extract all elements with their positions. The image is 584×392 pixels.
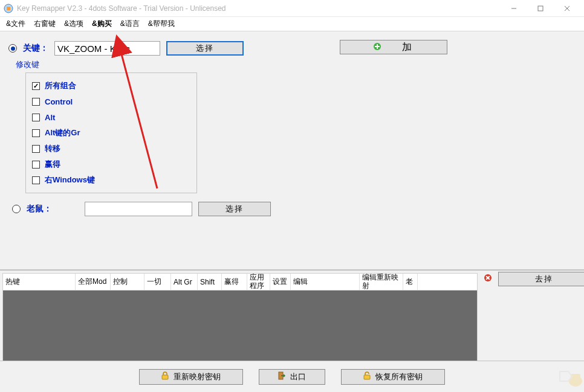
table-header: 热键 全部Mod 控制 一切 Alt Gr Shift 赢得 应用程序 设置 编… [3, 274, 477, 291]
exit-label: 出口 [290, 371, 306, 382]
menubar: &文件 右窗键 &选项 &购买 &语言 &帮帮我 [0, 17, 584, 31]
remap-button[interactable]: 重新映射密钥 [139, 369, 243, 385]
key-input[interactable] [54, 41, 160, 56]
mouse-row: 老鼠： 选择 [12, 202, 576, 216]
menu-help[interactable]: &帮帮我 [148, 19, 175, 29]
chk-label: Control [45, 97, 73, 106]
checkbox-icon [32, 176, 40, 184]
mouse-label: 老鼠： [27, 204, 52, 214]
window-title: Key Remapper V2.3 - 4dots Software - Tri… [17, 4, 226, 13]
chk-label: Alt [45, 113, 55, 122]
chk-control[interactable]: Control [32, 94, 190, 109]
svg-rect-13 [162, 375, 168, 379]
table-area: 热键 全部Mod 控制 一切 Alt Gr Shift 赢得 应用程序 设置 编… [0, 269, 584, 271]
th-editremap[interactable]: 编辑重新映射 [360, 274, 403, 290]
select-mouse-button[interactable]: 选择 [198, 202, 271, 216]
th-control[interactable]: 控制 [111, 274, 144, 290]
th-alt[interactable]: 一切 [144, 274, 171, 290]
minimize-button[interactable] [501, 0, 527, 16]
checkbox-icon [32, 145, 40, 153]
chk-alt[interactable]: Alt [32, 109, 190, 125]
menu-file[interactable]: &文件 [6, 19, 25, 29]
th-set[interactable]: 设置 [270, 274, 291, 290]
chk-altgr[interactable]: Alt键的Gr [32, 125, 190, 141]
svg-rect-8 [375, 46, 380, 47]
radio-key[interactable] [8, 44, 17, 53]
lock-open-icon [363, 371, 371, 382]
add-button-label: 加 [402, 41, 414, 54]
titlebar: Key Remapper V2.3 - 4dots Software - Tri… [0, 0, 584, 17]
chk-win[interactable]: 赢得 [32, 156, 190, 172]
remove-icon [484, 274, 492, 284]
chk-all-combo[interactable]: ✓ 所有组合 [32, 78, 190, 94]
app-icon [4, 4, 13, 13]
restore-button[interactable]: 恢复所有密钥 [341, 369, 445, 385]
select-key-button[interactable]: 选择 [166, 41, 244, 56]
checkbox-icon [32, 114, 40, 121]
modifiers-box: ✓ 所有组合 Control Alt Alt键的Gr 转移 赢得 右Window… [25, 72, 197, 193]
exit-icon [278, 371, 285, 382]
checkbox-icon [32, 129, 40, 137]
th-old[interactable]: 老 [403, 274, 418, 290]
menu-language[interactable]: &语言 [120, 19, 140, 29]
right-column: 加 [340, 40, 447, 54]
th-app[interactable]: 应用程序 [247, 274, 270, 290]
lock-closed-icon [161, 371, 169, 382]
th-win[interactable]: 赢得 [222, 274, 247, 290]
exit-button[interactable]: 出口 [259, 369, 325, 385]
th-altgr[interactable]: Alt Gr [171, 274, 198, 290]
maximize-button[interactable] [527, 0, 554, 16]
radio-mouse[interactable] [12, 205, 21, 213]
content-area: 关键： 选择 加 修改键 ✓ 所有组合 Control Alt Alt键的Gr [0, 31, 584, 361]
chk-rwin[interactable]: 右Windows键 [32, 172, 190, 188]
close-button[interactable] [554, 0, 580, 16]
remove-row: 去掉 [484, 272, 584, 286]
remap-label: 重新映射密钥 [174, 371, 221, 382]
chk-label: 赢得 [45, 159, 60, 170]
plus-icon [373, 42, 381, 53]
chk-label: 右Windows键 [45, 175, 95, 185]
remove-button[interactable]: 去掉 [498, 272, 584, 286]
chk-label: 所有组合 [45, 80, 76, 91]
chk-shift[interactable]: 转移 [32, 141, 190, 156]
window-controls [501, 0, 580, 16]
th-hotkey[interactable]: 热键 [3, 274, 76, 290]
svg-rect-3 [538, 6, 543, 11]
mouse-input[interactable] [85, 202, 192, 216]
checkbox-icon [32, 161, 40, 169]
svg-rect-17 [571, 374, 580, 381]
svg-rect-15 [364, 375, 370, 379]
svg-rect-1 [7, 7, 10, 10]
menu-buy[interactable]: &购买 [92, 19, 112, 29]
watermark-icon [557, 367, 583, 391]
chk-label: Alt键的Gr [45, 127, 80, 138]
key-row: 关键： 选择 [8, 40, 576, 57]
add-button[interactable]: 加 [340, 40, 447, 54]
checkbox-icon [32, 98, 40, 106]
menu-right-key[interactable]: 右窗键 [34, 19, 56, 29]
checkbox-icon: ✓ [32, 82, 40, 90]
svg-point-16 [569, 376, 582, 387]
chk-label: 转移 [45, 143, 60, 154]
menu-options[interactable]: &选项 [64, 19, 83, 29]
footer: 重新映射密钥 出口 恢复所有密钥 [0, 361, 584, 392]
th-allmod[interactable]: 全部Mod [76, 274, 111, 290]
key-label: 关键： [23, 43, 48, 54]
th-edit[interactable]: 编辑 [291, 274, 360, 290]
th-shift[interactable]: Shift [198, 274, 222, 290]
restore-label: 恢复所有密钥 [375, 371, 423, 382]
modifiers-title: 修改键 [16, 59, 576, 70]
